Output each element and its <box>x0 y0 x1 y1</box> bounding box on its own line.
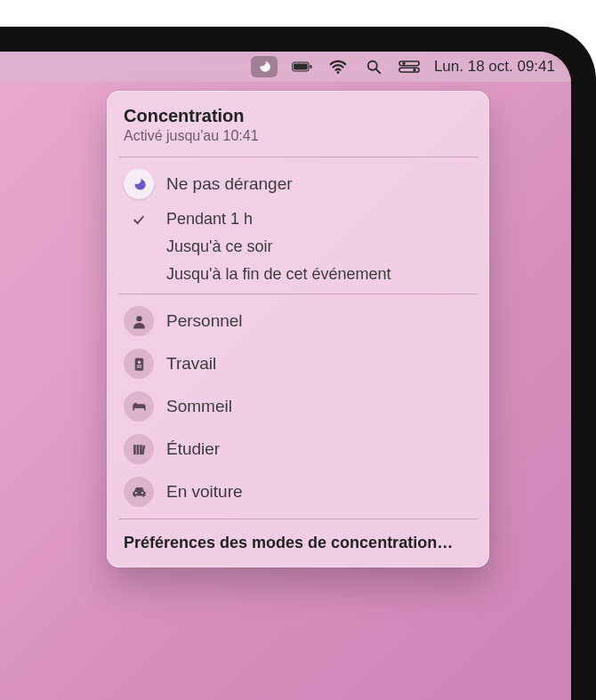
dnd-option-1h[interactable]: Pendant 1 h <box>108 205 488 233</box>
dnd-option-evening[interactable]: Jusqu'à ce soir <box>108 233 488 261</box>
focus-mode-label: Ne pas déranger <box>166 174 293 194</box>
svg-line-5 <box>376 69 380 73</box>
focus-preferences-link[interactable]: Préférences des modes de concentration… <box>108 525 488 558</box>
focus-mode-dnd[interactable]: Ne pas déranger <box>108 163 488 205</box>
svg-rect-1 <box>294 63 308 69</box>
menubar: Lun. 18 oct. 09:41 <box>0 52 571 82</box>
focus-mode-label: En voiture <box>166 482 243 502</box>
focus-mode-label: Étudier <box>166 439 220 459</box>
focus-mode-sleep[interactable]: Sommeil <box>108 385 488 428</box>
focus-panel: Concentration Activé jusqu'au 10:41 Ne p… <box>107 91 489 567</box>
svg-point-9 <box>413 68 415 71</box>
focus-mode-study[interactable]: Étudier <box>108 428 488 471</box>
moon-icon <box>124 169 154 199</box>
bed-icon <box>124 391 154 422</box>
person-icon <box>124 306 154 336</box>
focus-mode-personal[interactable]: Personnel <box>108 300 488 342</box>
svg-point-12 <box>137 360 140 363</box>
svg-rect-8 <box>399 68 419 72</box>
car-icon <box>124 477 154 507</box>
dnd-option-label: Jusqu'à la fin de cet événement <box>166 265 391 284</box>
battery-icon[interactable] <box>292 56 313 77</box>
svg-rect-14 <box>136 366 141 367</box>
control-center-icon[interactable] <box>399 56 420 77</box>
focus-menu-icon[interactable] <box>251 56 278 77</box>
svg-point-3 <box>336 71 339 74</box>
books-icon <box>124 434 154 464</box>
focus-mode-label: Sommeil <box>166 397 232 416</box>
svg-rect-16 <box>136 444 139 454</box>
focus-mode-label: Travail <box>166 354 216 374</box>
spotlight-icon[interactable] <box>363 56 384 77</box>
focus-panel-title: Concentration <box>124 106 472 126</box>
focus-mode-work[interactable]: Travail <box>108 342 488 385</box>
screen: Lun. 18 oct. 09:41 Concentration Activé … <box>0 52 571 700</box>
focus-mode-driving[interactable]: En voiture <box>108 471 488 513</box>
svg-rect-2 <box>310 65 311 68</box>
device-bezel: Lun. 18 oct. 09:41 Concentration Activé … <box>0 27 596 700</box>
divider <box>118 294 478 294</box>
svg-rect-13 <box>136 365 141 366</box>
check-icon <box>124 213 154 227</box>
focus-panel-subtitle: Activé jusqu'au 10:41 <box>124 128 472 144</box>
badge-icon <box>124 349 154 379</box>
focus-mode-label: Personnel <box>166 311 243 331</box>
divider <box>118 157 478 157</box>
focus-panel-header: Concentration Activé jusqu'au 10:41 <box>108 104 488 151</box>
divider <box>118 519 478 519</box>
dnd-option-event-end[interactable]: Jusqu'à la fin de cet événement <box>108 261 488 288</box>
wifi-icon[interactable] <box>327 56 349 77</box>
menubar-datetime[interactable]: Lun. 18 oct. 09:41 <box>434 58 555 76</box>
svg-point-7 <box>402 62 405 65</box>
svg-rect-15 <box>133 444 136 454</box>
svg-point-10 <box>136 316 141 321</box>
svg-rect-6 <box>399 61 419 66</box>
dnd-option-label: Jusqu'à ce soir <box>166 237 273 256</box>
svg-rect-11 <box>134 358 143 370</box>
dnd-option-label: Pendant 1 h <box>166 210 253 229</box>
